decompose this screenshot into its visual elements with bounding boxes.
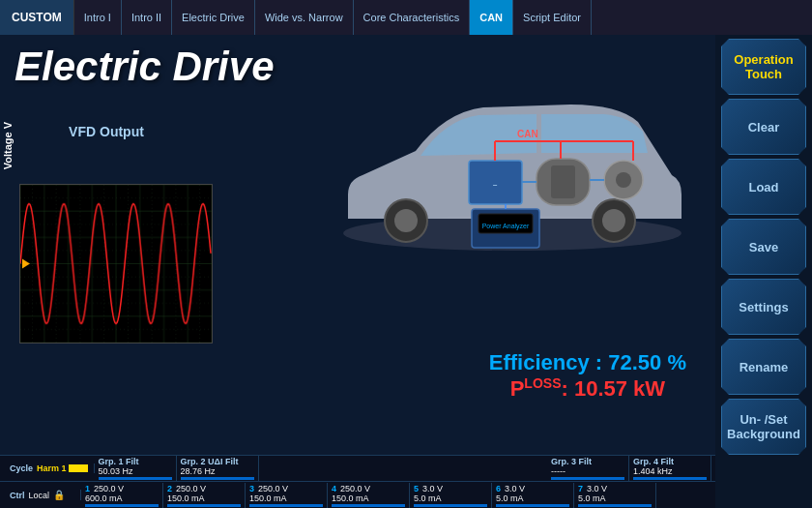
nav-tab-can[interactable]: CAN: [470, 0, 513, 35]
ch1-block: 1250.0 V 600.0 mA: [81, 483, 163, 508]
ch7-num: 7: [578, 484, 583, 493]
nav-tab-intro1[interactable]: Intro I: [74, 0, 122, 35]
nav-custom-tab[interactable]: CUSTOM: [0, 0, 74, 35]
svg-point-2: [394, 209, 418, 232]
local-label: Local: [29, 491, 50, 500]
car-diagram-svg: ~ Power Analyzer: [329, 45, 696, 267]
ch4-a: 150.0 mA: [332, 493, 405, 503]
nav-tab-wide-narrow[interactable]: Wide vs. Narrow: [255, 0, 354, 35]
ch6-block: 63.0 V 5.0 mA: [492, 483, 574, 508]
ploss-number: : 10.57 kW: [561, 376, 665, 401]
grp1-freq: 50.03 Hz: [99, 466, 172, 476]
grp3-block: Grp. 3 Filt -----: [547, 456, 629, 481]
svg-text:Power Analyzer: Power Analyzer: [482, 223, 530, 230]
ch2-v: 250.0 V: [176, 484, 206, 493]
ploss-subscript: LOSS: [524, 375, 561, 391]
harm-bar: [69, 464, 88, 472]
ch5-num: 5: [414, 484, 419, 493]
ch3-a: 150.0 mA: [249, 493, 323, 503]
cycle-label: Cycle: [10, 463, 33, 473]
ch2-a: 150.0 mA: [167, 493, 241, 503]
nav-tab-core-char[interactable]: Core Characteristics: [354, 0, 471, 35]
ploss-value: PLOSS: 10.57 kW: [489, 375, 686, 402]
harm-label: Harm 1: [37, 463, 67, 473]
ch1-a: 600.0 mA: [85, 493, 159, 503]
save-button[interactable]: Save: [721, 219, 806, 275]
ctrl-label: Ctrl: [10, 491, 25, 500]
svg-point-10: [616, 172, 631, 188]
ch5-a: 5.0 mA: [414, 493, 487, 503]
ch7-v: 3.0 V: [587, 484, 607, 493]
grp2-label: Grp. 2 UΔI Filt: [181, 457, 254, 466]
ch7-a: 5.0 mA: [578, 493, 652, 503]
oscilloscope-wrapper: Voltage V VFD Output: [5, 103, 208, 139]
content-area: Electric Drive Voltage V VFD Output: [0, 35, 715, 508]
operation-touch-button[interactable]: OperationTouch: [721, 39, 806, 95]
nav-tab-script-editor[interactable]: Script Editor: [513, 0, 592, 35]
scope-y-label: Voltage V: [2, 122, 14, 169]
bottom-row-2: Ctrl Local 🔒 1250.0 V 600.0 mA 2250.0 V …: [0, 482, 715, 508]
grp4-label: Grp. 4 Filt: [633, 457, 707, 466]
grp3-bar: [551, 477, 624, 480]
bottom-row-1: Cycle Harm 1 Grp. 1 Filt 50.03 Hz Grp. 2…: [0, 456, 715, 482]
cycle-cell: Cycle Harm 1: [4, 463, 95, 473]
bottom-status-bar: Cycle Harm 1 Grp. 1 Filt 50.03 Hz Grp. 2…: [0, 455, 715, 508]
ch3-num: 3: [249, 484, 254, 493]
svg-text:CAN: CAN: [517, 129, 538, 139]
ch6-v: 3.0 V: [505, 484, 525, 493]
top-navigation: CUSTOM Intro I Intro II Electric Drive W…: [0, 0, 812, 35]
efficiency-area: Efficiency : 72.50 % PLOSS: 10.57 kW: [489, 350, 686, 402]
grp2-block: Grp. 2 UΔI Filt 28.76 Hz: [177, 456, 259, 481]
load-button[interactable]: Load: [721, 159, 806, 215]
ch1-num: 1: [85, 484, 90, 493]
grp2-bar: [181, 477, 254, 480]
ch4-num: 4: [332, 484, 336, 493]
ch6-num: 6: [496, 484, 501, 493]
svg-text:~: ~: [493, 181, 498, 190]
main-area: Electric Drive Voltage V VFD Output: [0, 35, 812, 508]
car-diagram: ~ Power Analyzer: [329, 45, 696, 267]
nav-tab-electric-drive[interactable]: Electric Drive: [172, 0, 255, 35]
ch4-bar: [332, 504, 405, 507]
efficiency-value: Efficiency : 72.50 %: [489, 350, 686, 375]
grp1-block: Grp. 1 Filt 50.03 Hz: [95, 456, 177, 481]
ch5-block: 53.0 V 5.0 mA: [410, 483, 492, 508]
slide-inner: Electric Drive Voltage V VFD Output: [0, 35, 715, 455]
ch1-bar: [85, 504, 159, 507]
ch6-a: 5.0 mA: [496, 493, 569, 503]
rename-button[interactable]: Rename: [721, 339, 806, 395]
slide-content: Electric Drive Voltage V VFD Output: [0, 35, 715, 455]
grp1-label: Grp. 1 Filt: [99, 457, 172, 466]
lock-icon: 🔒: [53, 490, 65, 500]
ch5-v: 3.0 V: [422, 484, 443, 493]
ch2-num: 2: [167, 484, 172, 493]
ch3-bar: [249, 504, 323, 507]
ch2-block: 2250.0 V 150.0 mA: [163, 483, 246, 508]
grp1-bar: [99, 477, 172, 480]
svg-rect-8: [551, 165, 575, 198]
ch3-v: 250.0 V: [258, 484, 288, 493]
ch7-block: 73.0 V 5.0 mA: [574, 483, 656, 508]
right-sidebar: OperationTouch Clear Load Save Settings …: [715, 35, 812, 508]
grp4-block: Grp. 4 Filt 1.404 kHz: [629, 456, 711, 481]
grp4-freq: 1.404 kHz: [633, 466, 707, 476]
ch2-bar: [167, 504, 241, 507]
nav-tab-intro2[interactable]: Intro II: [122, 0, 172, 35]
ch4-v: 250.0 V: [340, 484, 370, 493]
un-set-background-button[interactable]: Un- /SetBackground: [721, 399, 806, 455]
vfd-output-label: VFD Output: [5, 124, 208, 139]
ch5-bar: [414, 504, 487, 507]
settings-button[interactable]: Settings: [721, 279, 806, 335]
grp3-freq: -----: [551, 466, 624, 476]
grp2-freq: 28.76 Hz: [181, 466, 254, 476]
clear-button[interactable]: Clear: [721, 99, 806, 155]
ploss-p-label: P: [510, 376, 525, 401]
ch4-block: 4250.0 V 150.0 mA: [328, 483, 410, 508]
ctrl-cell: Ctrl Local 🔒: [4, 490, 81, 500]
ch1-v: 250.0 V: [94, 484, 124, 493]
ch3-block: 3250.0 V 150.0 mA: [246, 483, 328, 508]
ch7-bar: [578, 504, 652, 507]
grp4-bar: [633, 477, 707, 480]
cycle-indicator: Harm 1: [37, 463, 88, 473]
ch6-bar: [496, 504, 569, 507]
